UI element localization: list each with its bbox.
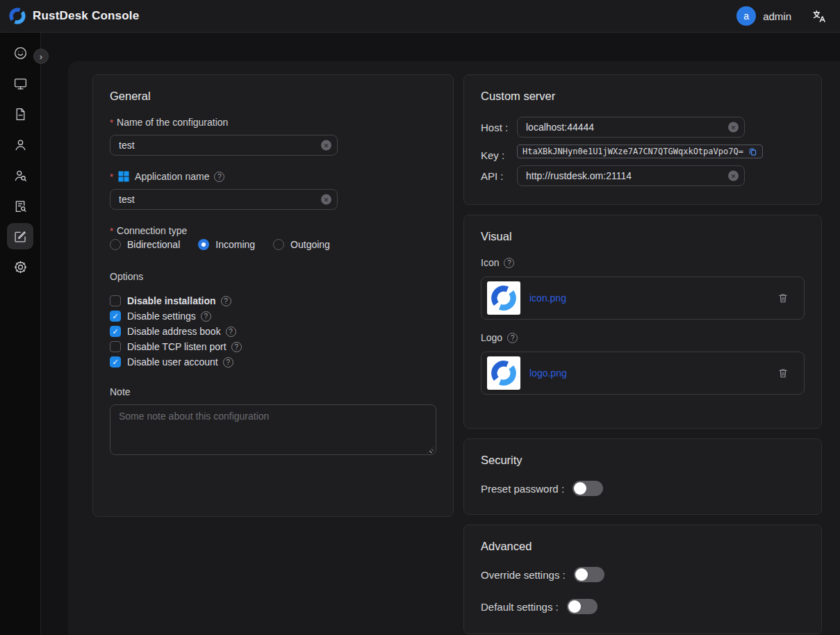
host-label: Host :	[481, 122, 517, 133]
logo-upload-row: logo.png	[481, 352, 805, 395]
checkbox-disable-tcp-listen-port[interactable]: ✓ Disable TCP listen port ?	[110, 339, 436, 354]
radio-circle	[198, 239, 209, 250]
file-icon	[13, 107, 28, 122]
radio-bidirectional[interactable]: Bidirectional	[110, 239, 180, 250]
checkbox: ✓	[110, 326, 121, 337]
brand: RustDesk Console	[8, 7, 139, 25]
checkbox-disable-address-book[interactable]: ✓ Disable address book ?	[110, 324, 436, 339]
sidebar-collapse-button[interactable]: ›	[33, 49, 49, 64]
preset-password-label: Preset password :	[481, 483, 564, 495]
key-value: HtaXBkJNHyn0e1U1jWXze7A7CN7QTGWqxkOtpaVp…	[522, 147, 743, 156]
preset-password-toggle[interactable]	[573, 481, 603, 496]
config-name-input[interactable]	[110, 135, 338, 156]
checkbox: ✓	[110, 341, 121, 352]
checkbox: ✓	[110, 311, 121, 322]
user-search-icon	[13, 168, 28, 183]
sidebar-item-devices[interactable]	[7, 70, 33, 97]
icon-label: Icon ?	[481, 257, 805, 268]
help-icon[interactable]: ?	[214, 172, 224, 182]
clear-icon[interactable]: ✕	[321, 140, 331, 151]
sidebar-item-sessions[interactable]	[7, 101, 33, 127]
icon-file-link[interactable]: icon.png	[529, 292, 566, 304]
icon-thumbnail	[487, 281, 520, 315]
clear-icon[interactable]: ✕	[728, 122, 739, 133]
advanced-card: Advanced Override settings : Default set…	[463, 525, 822, 634]
logo-label: Logo ?	[481, 332, 805, 343]
checkbox: ✓	[110, 295, 121, 306]
general-title: General	[110, 90, 436, 103]
custom-server-card: Custom server Host : ✕ Key : HtaXBkJNHyn…	[463, 74, 822, 205]
help-icon[interactable]: ?	[226, 327, 236, 337]
required-asterisk: *	[110, 172, 113, 182]
clear-icon[interactable]: ✕	[728, 171, 739, 181]
clear-icon[interactable]: ✕	[321, 195, 331, 205]
note-textarea[interactable]	[110, 404, 436, 455]
help-icon[interactable]: ?	[201, 311, 211, 322]
checkbox-disable-user-account[interactable]: ✓ Disable user account ?	[110, 354, 436, 370]
checkbox: ✓	[110, 356, 121, 368]
application-name-input[interactable]	[110, 189, 338, 210]
windows-icon	[118, 171, 129, 182]
checkbox-disable-installation[interactable]: ✓ Disable installation ?	[110, 293, 436, 308]
avatar[interactable]: a	[736, 6, 756, 26]
content-panel: General * Name of the configuration ✕ *	[68, 61, 840, 635]
sidebar-item-custom-clients[interactable]	[7, 223, 33, 249]
security-title: Security	[481, 454, 805, 467]
sidebar-item-audit[interactable]	[7, 192, 33, 219]
override-settings-toggle[interactable]	[574, 567, 604, 582]
sidebar-item-groups[interactable]	[7, 162, 33, 188]
application-name-label: * Application name ?	[110, 171, 436, 182]
required-asterisk: *	[110, 226, 113, 236]
config-name-label: * Name of the configuration	[110, 117, 436, 128]
default-settings-toggle[interactable]	[567, 599, 598, 614]
default-settings-label: Default settings :	[481, 601, 559, 613]
main-content: General * Name of the configuration ✕ *	[41, 33, 840, 635]
visual-title: Visual	[481, 230, 805, 243]
connection-type-label: * Connection type	[110, 225, 436, 236]
help-icon[interactable]: ?	[223, 357, 233, 368]
top-bar: RustDesk Console a admin	[0, 0, 840, 33]
radio-circle	[110, 239, 121, 250]
host-input[interactable]	[517, 117, 745, 138]
icon-upload-row: icon.png	[481, 277, 805, 320]
help-icon[interactable]: ?	[231, 342, 242, 352]
trash-icon[interactable]	[777, 292, 789, 304]
sidebar-item-users[interactable]	[7, 131, 33, 158]
general-card: General * Name of the configuration ✕ *	[92, 74, 454, 517]
api-label: API :	[481, 170, 517, 182]
key-value-box[interactable]: HtaXBkJNHyn0e1U1jWXze7A7CN7QTGWqxkOtpaVp…	[517, 145, 763, 158]
logo-thumbnail	[487, 356, 520, 390]
help-icon[interactable]: ?	[221, 296, 231, 306]
copy-icon[interactable]	[748, 147, 757, 156]
rustdesk-logo-icon	[8, 7, 26, 25]
visual-card: Visual Icon ? icon.png	[463, 215, 822, 429]
edit-icon	[13, 229, 28, 244]
user-name: admin	[763, 10, 791, 22]
radio-incoming[interactable]: Incoming	[198, 239, 255, 250]
connection-type-group: Bidirectional Incoming Outgoing	[110, 239, 436, 250]
settings-icon	[13, 260, 28, 274]
sidebar	[0, 33, 41, 635]
smiley-icon	[13, 46, 28, 60]
help-icon[interactable]: ?	[504, 258, 514, 268]
api-input[interactable]	[517, 165, 745, 186]
override-settings-label: Override settings :	[481, 569, 566, 581]
radio-circle	[273, 239, 284, 250]
radio-outgoing[interactable]: Outgoing	[273, 239, 330, 250]
app-title: RustDesk Console	[33, 9, 139, 23]
security-card: Security Preset password :	[463, 438, 822, 515]
sidebar-item-dashboard[interactable]	[7, 40, 33, 66]
advanced-title: Advanced	[481, 540, 805, 553]
key-label: Key :	[481, 149, 517, 161]
checkbox-disable-settings[interactable]: ✓ Disable settings ?	[110, 308, 436, 324]
sidebar-item-settings[interactable]	[7, 254, 33, 280]
trash-icon[interactable]	[777, 368, 789, 379]
help-icon[interactable]: ?	[507, 333, 518, 343]
logo-file-link[interactable]: logo.png	[529, 368, 567, 379]
audit-log-icon	[13, 199, 28, 213]
note-label: Note	[110, 386, 436, 397]
custom-server-title: Custom server	[481, 90, 805, 103]
monitor-icon	[13, 76, 28, 91]
translate-icon[interactable]	[811, 8, 827, 24]
user-menu[interactable]: a admin	[736, 6, 791, 26]
